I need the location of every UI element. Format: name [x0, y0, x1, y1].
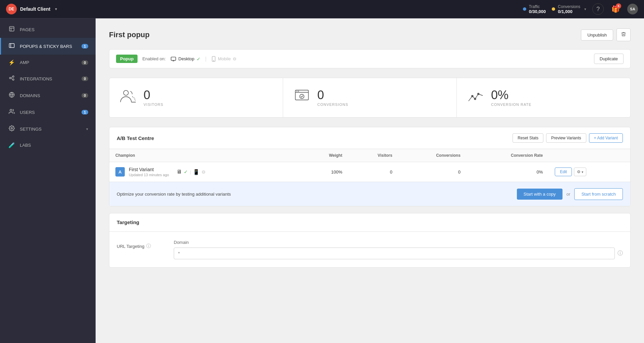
domains-badge: 0 — [82, 93, 88, 98]
conversions-label: Conversions — [558, 4, 580, 9]
preview-variants-button[interactable]: Preview Variants — [546, 133, 586, 143]
sidebar-item-label: DOMAINS — [20, 93, 40, 98]
delete-button[interactable] — [616, 28, 631, 41]
sidebar: DE Default Client ▾ PAGES POPUPS & STICK… — [0, 0, 96, 343]
enabled-label: Enabled on: — [142, 56, 165, 61]
visitors-header: Visitors — [348, 149, 398, 162]
conversions-icon — [293, 87, 311, 108]
integrations-icon — [8, 75, 15, 82]
duplicate-button[interactable]: Duplicate — [594, 54, 624, 64]
svg-line-7 — [11, 77, 13, 78]
page-actions: Unpublish — [581, 28, 631, 41]
enabled-bar: Popup Enabled on: Desktop ✓ | Mobile ⊖ D… — [109, 49, 631, 68]
gift-badge: 5 — [616, 3, 621, 9]
cta-text: Optimize your conversion rate by testing… — [117, 192, 231, 197]
traffic-stat: Traffic 0/30,000 — [523, 4, 546, 14]
mobile-device: Mobile ⊖ — [211, 56, 236, 62]
traffic-label: Traffic — [529, 4, 546, 9]
chevron-down-icon[interactable]: ▾ — [55, 7, 57, 11]
conversions-header: Conversions — [398, 149, 467, 162]
enabled-left: Popup Enabled on: Desktop ✓ | Mobile ⊖ — [116, 55, 236, 63]
weight-header: Weight — [301, 149, 348, 162]
labs-icon: 🧪 — [8, 142, 15, 148]
sidebar-item-label: PAGES — [20, 27, 35, 32]
chevron-down-icon: ▾ — [86, 127, 88, 131]
sidebar-item-label: LABS — [20, 143, 31, 148]
add-variant-button[interactable]: + Add Variant — [589, 133, 623, 143]
reset-stats-button[interactable]: Reset Stats — [513, 133, 543, 143]
cta-row: Optimize your conversion rate by testing… — [109, 182, 630, 206]
visitors-stat-card: 0 VISITORS — [109, 78, 283, 117]
sidebar-item-amp[interactable]: ⚡ AMP 0 — [0, 55, 96, 70]
users-icon — [8, 109, 15, 116]
svg-rect-0 — [9, 26, 14, 31]
sidebar-item-pages[interactable]: PAGES — [0, 21, 96, 38]
conversions-label: CONVERSIONS — [317, 102, 348, 107]
domain-input[interactable] — [174, 248, 615, 259]
variant-cell: A First Variant Updated 13 minutes ago 🖥… — [115, 167, 295, 177]
variant-updated: Updated 13 minutes ago — [129, 173, 169, 177]
variant-conversions: 0 — [398, 162, 467, 182]
mobile-icon: 📱 — [193, 169, 200, 175]
conversions-content: 0 CONVERSIONS — [317, 89, 348, 107]
amp-badge: 0 — [82, 60, 88, 65]
help-icon[interactable]: ⓘ — [146, 243, 151, 249]
sidebar-nav: PAGES POPUPS & STICKY BARS 1 ⚡ AMP 0 INT… — [0, 18, 96, 343]
mobile-disabled-icon: ⊖ — [233, 56, 236, 61]
champion-header: Champion — [109, 149, 301, 162]
page-title: First popup — [109, 30, 150, 39]
help-button[interactable]: ? — [592, 3, 604, 15]
user-avatar[interactable]: SA — [627, 4, 638, 14]
desktop-icon: 🖥 — [176, 169, 182, 175]
targeting-content: URL Targeting ⓘ Domain ⓘ — [109, 232, 630, 267]
amp-icon: ⚡ — [8, 59, 15, 66]
conversion-rate-stat-card: 0% CONVERSION RATE — [457, 78, 630, 117]
edit-variant-button[interactable]: Edit — [555, 167, 572, 176]
variant-name: First Variant — [129, 167, 169, 172]
variant-settings-button[interactable]: ⚙ ▾ — [574, 167, 586, 176]
domain-help-icon[interactable]: ⓘ — [618, 250, 623, 257]
svg-point-18 — [123, 90, 128, 95]
conversion-rate-header: Conversion Rate — [467, 149, 549, 162]
sidebar-item-domains[interactable]: DOMAINS 0 — [0, 87, 96, 104]
status-badge: Popup — [116, 55, 138, 63]
pages-icon — [8, 26, 15, 33]
sidebar-item-labs[interactable]: 🧪 LABS — [0, 137, 96, 153]
conversion-rate-number: 0% — [491, 89, 532, 101]
sidebar-item-label: AMP — [20, 60, 29, 65]
sidebar-avatar: DE — [6, 4, 17, 14]
url-targeting-label: URL Targeting ⓘ — [117, 243, 160, 249]
traffic-value: 0/30,000 — [529, 9, 546, 14]
sidebar-item-label: USERS — [20, 110, 35, 115]
sidebar-item-integrations[interactable]: INTEGRATIONS 0 — [0, 70, 96, 87]
sidebar-item-settings[interactable]: SETTINGS ▾ — [0, 121, 96, 137]
popups-badge: 1 — [82, 44, 88, 49]
svg-point-6 — [12, 79, 14, 80]
page-header: First popup Unpublish — [109, 28, 631, 41]
start-from-scratch-button[interactable]: Start from scratch — [574, 188, 623, 200]
sidebar-item-popups[interactable]: POPUPS & STICKY BARS 1 — [0, 38, 96, 55]
mobile-inactive-icon: ⊖ — [202, 169, 206, 175]
svg-point-11 — [10, 109, 12, 111]
desktop-check-icon: ✓ — [197, 56, 201, 62]
visitors-label: VISITORS — [144, 102, 163, 107]
svg-point-25 — [472, 95, 473, 97]
svg-point-5 — [12, 76, 14, 77]
domains-icon — [8, 92, 15, 99]
conversion-rate-label: CONVERSION RATE — [491, 102, 532, 107]
variant-actions: Edit ⚙ ▾ — [555, 167, 624, 176]
chevron-down-icon[interactable]: ▾ — [584, 7, 586, 11]
svg-point-17 — [213, 60, 214, 61]
start-with-copy-button[interactable]: Start with a copy — [517, 189, 562, 200]
gift-button[interactable]: 🎁 5 — [610, 3, 621, 15]
targeting-input-wrap: Domain ⓘ — [174, 240, 623, 259]
svg-point-4 — [9, 77, 11, 79]
targeting-section: Targeting URL Targeting ⓘ Domain ⓘ — [109, 213, 631, 268]
sidebar-item-users[interactable]: USERS 1 — [0, 104, 96, 121]
gear-icon: ⚙ — [577, 169, 581, 174]
visitors-number: 0 — [144, 89, 163, 101]
sidebar-item-label: SETTINGS — [20, 127, 42, 132]
conversion-rate-icon — [467, 87, 484, 108]
ab-test-table: Champion Weight Visitors Conversions Con… — [109, 149, 630, 182]
unpublish-button[interactable]: Unpublish — [581, 29, 613, 41]
